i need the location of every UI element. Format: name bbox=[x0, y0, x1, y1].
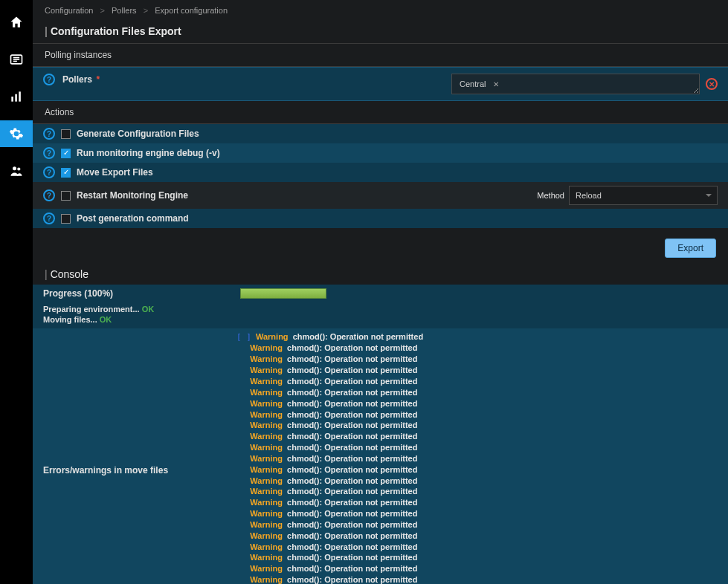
help-icon[interactable]: ? bbox=[43, 212, 55, 224]
pollers-row: ? Pollers * Central ✕ ✕ bbox=[33, 67, 728, 101]
status-lines: Preparing environment... OKMoving files.… bbox=[33, 302, 728, 328]
checkbox-postcmd[interactable] bbox=[61, 214, 71, 224]
help-icon[interactable]: ? bbox=[43, 189, 55, 201]
sidebar bbox=[0, 0, 33, 584]
users-icon bbox=[9, 163, 24, 178]
clear-all-icon[interactable]: ✕ bbox=[706, 78, 718, 90]
warning-line: Warning chmod(): Operation not permitted bbox=[236, 442, 423, 453]
errors-label: Errors/warnings in move files bbox=[43, 331, 236, 476]
page-title: |Configuration Files Export bbox=[33, 21, 728, 43]
help-icon[interactable]: ? bbox=[43, 74, 55, 85]
svg-rect-5 bbox=[15, 94, 17, 102]
checkbox-restart[interactable] bbox=[61, 191, 71, 201]
pollers-input[interactable]: Central ✕ bbox=[451, 74, 700, 94]
warning-line: Warning chmod(): Operation not permitted bbox=[236, 476, 423, 487]
warning-line: Warning chmod(): Operation not permitted bbox=[236, 497, 423, 508]
method-label: Method bbox=[537, 191, 564, 200]
svg-point-7 bbox=[13, 166, 16, 170]
warning-line: Warning chmod(): Operation not permitted bbox=[236, 409, 423, 421]
checkbox-generate[interactable] bbox=[61, 129, 71, 139]
breadcrumb-sep: > bbox=[100, 6, 105, 15]
errors-content: [ ] Warning chmod(): Operation not permi… bbox=[236, 331, 423, 584]
chart-icon bbox=[9, 89, 24, 104]
console-title: |Console bbox=[33, 265, 728, 285]
warning-line: Warning chmod(): Operation not permitted bbox=[236, 420, 423, 431]
console-body: Progress (100%) Preparing environment...… bbox=[33, 285, 728, 584]
warning-line: Warning chmod(): Operation not permitted bbox=[236, 519, 423, 531]
breadcrumb-sep: > bbox=[144, 6, 148, 15]
method-select[interactable]: Reload bbox=[569, 186, 718, 205]
progress-bar bbox=[240, 288, 326, 299]
breadcrumb-part[interactable]: Pollers bbox=[112, 6, 137, 15]
sidebar-item-admin[interactable] bbox=[0, 158, 33, 184]
svg-point-8 bbox=[17, 167, 20, 170]
pollers-label: Pollers * bbox=[62, 74, 100, 85]
breadcrumb: Configuration > Pollers > Export configu… bbox=[33, 0, 728, 21]
warning-line: Warning chmod(): Operation not permitted bbox=[236, 508, 423, 519]
warning-line: Warning chmod(): Operation not permitted bbox=[236, 563, 423, 574]
action-row-postcmd: ?Post generation command bbox=[33, 209, 728, 228]
warning-line: Warning chmod(): Operation not permitted bbox=[236, 431, 423, 442]
breadcrumb-part[interactable]: Configuration bbox=[45, 6, 93, 15]
section-polling-instances: Polling instances bbox=[33, 44, 728, 66]
warning-line: Warning chmod(): Operation not permitted bbox=[236, 398, 423, 409]
warning-line: Warning chmod(): Operation not permitted bbox=[236, 464, 423, 476]
svg-rect-4 bbox=[11, 97, 13, 102]
export-button-row: Export bbox=[33, 228, 728, 265]
actions-list: ?Generate Configuration Files?Run monito… bbox=[33, 124, 728, 228]
status-line: Preparing environment... OK bbox=[43, 304, 718, 314]
action-label: Restart Monitoring Engine bbox=[77, 190, 188, 201]
export-button[interactable]: Export bbox=[665, 239, 716, 258]
gear-icon bbox=[9, 126, 24, 141]
action-label: Move Export Files bbox=[77, 167, 153, 178]
warning-line: [ ] Warning chmod(): Operation not permi… bbox=[236, 331, 423, 343]
sidebar-item-home[interactable] bbox=[0, 9, 33, 36]
status-line: Moving files... OK bbox=[43, 314, 718, 325]
errors-row: Errors/warnings in move files [ ] Warnin… bbox=[33, 328, 728, 584]
warning-line: Warning chmod(): Operation not permitted bbox=[236, 486, 423, 497]
sidebar-item-monitoring[interactable] bbox=[0, 46, 33, 73]
main-content: Configuration > Pollers > Export configu… bbox=[33, 0, 728, 584]
action-label: Run monitoring engine debug (-v) bbox=[77, 148, 220, 158]
progress-row: Progress (100%) bbox=[33, 285, 728, 302]
action-row-restart: ?Restart Monitoring EngineMethodReload bbox=[33, 182, 728, 209]
poller-tag: Central ✕ bbox=[457, 79, 502, 89]
warning-line: Warning chmod(): Operation not permitted bbox=[236, 365, 423, 376]
warning-line: Warning chmod(): Operation not permitted bbox=[236, 343, 423, 354]
home-icon bbox=[9, 15, 24, 30]
pollers-input-wrap: Central ✕ ✕ bbox=[451, 74, 718, 94]
warning-line: Warning chmod(): Operation not permitted bbox=[236, 453, 423, 464]
help-icon[interactable]: ? bbox=[43, 166, 55, 178]
progress-label: Progress (100%) bbox=[43, 288, 233, 299]
list-icon bbox=[9, 52, 24, 67]
warning-line: Warning chmod(): Operation not permitted bbox=[236, 354, 423, 365]
tag-remove-icon[interactable]: ✕ bbox=[493, 80, 499, 88]
help-icon[interactable]: ? bbox=[43, 147, 55, 159]
warning-line: Warning chmod(): Operation not permitted bbox=[236, 574, 423, 584]
help-icon[interactable]: ? bbox=[43, 128, 55, 140]
warning-line: Warning chmod(): Operation not permitted bbox=[236, 387, 423, 398]
action-label: Post generation command bbox=[77, 213, 189, 224]
action-row-generate: ?Generate Configuration Files bbox=[33, 124, 728, 143]
warning-line: Warning chmod(): Operation not permitted bbox=[236, 552, 423, 563]
method-wrap: MethodReload bbox=[537, 186, 718, 205]
breadcrumb-part[interactable]: Export configuration bbox=[155, 6, 228, 15]
sidebar-item-configuration[interactable] bbox=[0, 120, 33, 147]
warning-line: Warning chmod(): Operation not permitted bbox=[236, 531, 423, 542]
action-label: Generate Configuration Files bbox=[77, 129, 199, 139]
checkbox-move[interactable] bbox=[61, 168, 71, 178]
action-row-debug: ?Run monitoring engine debug (-v) bbox=[33, 143, 728, 163]
warning-line: Warning chmod(): Operation not permitted bbox=[236, 376, 423, 387]
warning-line: Warning chmod(): Operation not permitted bbox=[236, 542, 423, 553]
action-row-move: ?Move Export Files bbox=[33, 163, 728, 182]
section-actions: Actions bbox=[33, 101, 728, 123]
svg-rect-6 bbox=[19, 91, 21, 101]
sidebar-item-reports[interactable] bbox=[0, 83, 33, 110]
checkbox-debug[interactable] bbox=[61, 149, 71, 158]
